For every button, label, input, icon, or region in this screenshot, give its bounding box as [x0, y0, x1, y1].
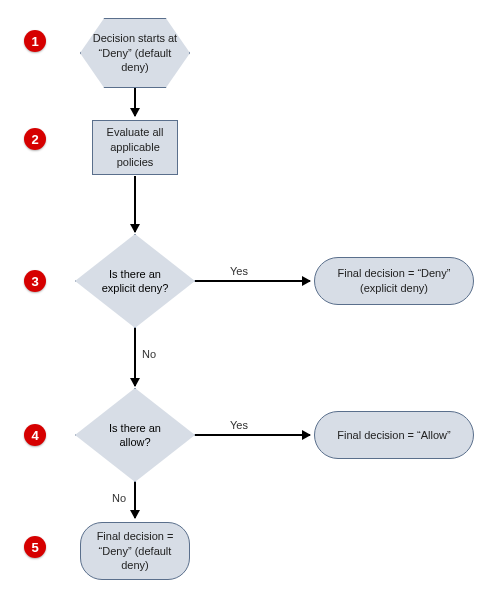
arrow-n3-n4 [134, 328, 136, 386]
arrow-n1-n2 [134, 88, 136, 116]
edge-label-n3-yes: Yes [230, 265, 248, 277]
node-allow-decision: Is there an allow? [75, 388, 195, 482]
edge-label-n3-no: No [142, 348, 156, 360]
step-badge-5: 5 [24, 536, 46, 558]
step-badge-4: 4 [24, 424, 46, 446]
step-badge-1: 1 [24, 30, 46, 52]
edge-label-n4-yes: Yes [230, 419, 248, 431]
node-evaluate-text: Evaluate all applicable policies [97, 125, 173, 170]
arrow-n4-n5 [134, 482, 136, 518]
node-explicit-deny-decision: Is there an explicit deny? [75, 234, 195, 328]
node-terminator-explicit-deny: Final decision = “Deny” (explicit deny) [314, 257, 474, 305]
node-terminator-default-deny-text: Final decision = “Deny” (default deny) [85, 529, 185, 574]
arrow-n3-t3 [195, 280, 310, 282]
node-allow-text: Is there an allow? [75, 388, 195, 482]
arrow-n2-n3 [134, 176, 136, 232]
arrow-n4-t4 [195, 434, 310, 436]
node-explicit-deny-text: Is there an explicit deny? [75, 234, 195, 328]
node-terminator-default-deny: Final decision = “Deny” (default deny) [80, 522, 190, 580]
step-badge-3: 3 [24, 270, 46, 292]
node-start-hexagon: Decision starts at “Deny” (default deny) [80, 18, 190, 88]
node-start-text: Decision starts at “Deny” (default deny) [84, 31, 186, 76]
step-badge-2: 2 [24, 128, 46, 150]
node-terminator-allow: Final decision = “Allow” [314, 411, 474, 459]
node-evaluate-rect: Evaluate all applicable policies [92, 120, 178, 175]
node-terminator-allow-text: Final decision = “Allow” [337, 428, 450, 443]
edge-label-n4-no: No [112, 492, 126, 504]
node-terminator-explicit-deny-text: Final decision = “Deny” (explicit deny) [319, 266, 469, 296]
